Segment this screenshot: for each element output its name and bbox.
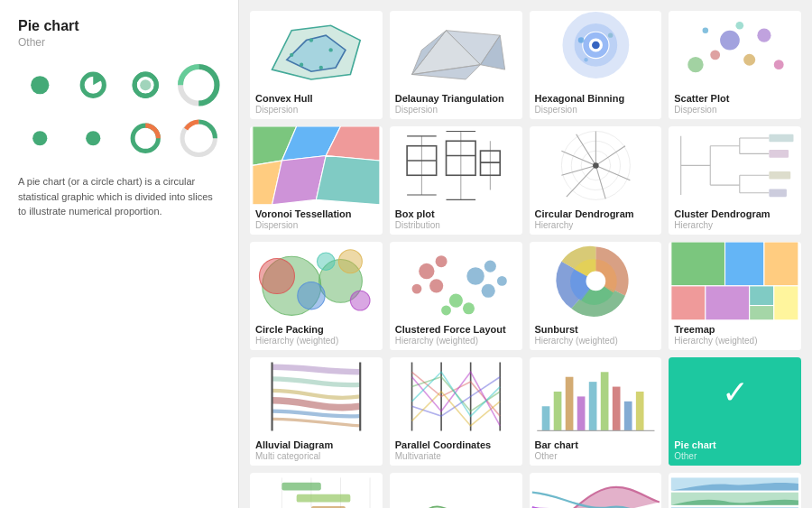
chart-thumb-gantt (250, 473, 383, 508)
chart-info-clustered-force: Clustered Force Layout Hierarchy (weight… (390, 320, 522, 350)
chart-card-horizon[interactable]: Horizon graph Time series (669, 473, 801, 508)
selected-checkmark: ✓ (722, 374, 749, 411)
chart-card-scatter-plot[interactable]: Scatter Plot Dispersion (669, 11, 801, 119)
svg-point-31 (743, 54, 755, 66)
chart-info-convex-hull: Convex Hull Dispersion (250, 89, 383, 119)
chart-info-bar-chart: Bar chart Other (530, 436, 662, 466)
chart-info-circular-dendro: Circular Dendrogram Hierarchy (530, 205, 662, 235)
left-panel: Pie chart Other (0, 0, 239, 508)
svg-rect-130 (297, 494, 351, 503)
svg-point-3 (140, 79, 151, 90)
chart-info-treemap: Treemap Hierarchy (weighted) (669, 320, 801, 350)
svg-rect-108 (774, 286, 798, 320)
chart-thumb-pie-chart: ✓ (669, 357, 801, 436)
svg-marker-41 (316, 156, 380, 205)
chart-info-circle-packing: Circle Packing Hierarchy (weighted) (250, 320, 383, 350)
svg-rect-117 (565, 377, 573, 431)
svg-rect-122 (623, 402, 632, 431)
chart-card-sunburst[interactable]: Sunburst Hierarchy (weighted) (530, 242, 662, 350)
svg-point-35 (703, 27, 709, 33)
svg-point-11 (290, 53, 293, 57)
svg-point-13 (328, 48, 332, 51)
svg-point-14 (319, 66, 323, 69)
pie-small-3 (124, 63, 168, 107)
chart-card-gantt[interactable]: Gantt Chart Time chunks (250, 473, 383, 508)
chart-title: Pie chart (18, 18, 220, 34)
chart-info-parallel-coords: Parallel Coordinates Multivariate (390, 436, 522, 466)
svg-point-0 (31, 76, 49, 94)
chart-info-pie-chart: Pie chart Other (669, 436, 801, 466)
svg-rect-102 (725, 242, 764, 286)
pie-dot-2 (71, 116, 115, 161)
chart-card-voronoi[interactable]: Voronoi Tessellation Dispersion (250, 126, 383, 235)
chart-info-hex-binning: Hexagonal Binning Dispersion (530, 89, 662, 119)
chart-thumb-treemap (669, 242, 801, 320)
chart-card-bump-chart[interactable]: Bump Chart Time series (530, 473, 662, 508)
svg-rect-123 (635, 392, 643, 430)
chart-card-delaunay[interactable]: Delaunay Triangulation Dispersion (390, 11, 522, 119)
svg-point-30 (720, 31, 740, 51)
chart-card-clustered-force[interactable]: Clustered Force Layout Hierarchy (weight… (390, 242, 522, 350)
chart-thumb-box-plot (390, 126, 522, 205)
svg-rect-106 (750, 286, 774, 306)
chart-info-cluster-dendro: Cluster Dendrogram Hierarchy (669, 205, 801, 235)
svg-point-89 (419, 263, 434, 279)
chart-info-sunburst: Sunburst Hierarchy (weighted) (530, 320, 662, 350)
chart-card-parallel-coords[interactable]: Parallel Coordinates Multivariate (390, 357, 522, 466)
svg-rect-79 (770, 150, 789, 158)
svg-point-90 (435, 255, 447, 267)
svg-point-92 (411, 284, 421, 294)
chart-card-circle-packing[interactable]: Circle Packing Hierarchy (weighted) (250, 242, 383, 350)
pie-ring-1 (124, 116, 168, 161)
svg-rect-120 (600, 372, 608, 430)
svg-point-98 (441, 306, 451, 316)
chart-thumb-parallel-coords (390, 357, 522, 436)
svg-point-91 (429, 279, 443, 292)
svg-point-5 (32, 131, 47, 145)
chart-info-alluvial: Alluvial Diagram Multi categorical (250, 436, 383, 466)
svg-point-100 (586, 272, 605, 291)
chart-thumb-area-graph (390, 473, 522, 508)
svg-rect-104 (671, 286, 706, 320)
chart-info-delaunay: Delaunay Triangulation Dispersion (390, 89, 522, 119)
chart-info-box-plot: Box plot Distribution (390, 205, 522, 235)
chart-thumb-hex-binning (530, 11, 662, 89)
chart-thumb-voronoi (250, 126, 383, 205)
chart-card-convex-hull[interactable]: Convex Hull Dispersion (250, 11, 383, 119)
svg-point-94 (484, 261, 496, 272)
pie-dot-1 (18, 116, 62, 161)
pie-small-2 (71, 63, 115, 107)
chart-info-voronoi: Voronoi Tessellation Dispersion (250, 205, 383, 235)
chart-card-treemap[interactable]: Treemap Hierarchy (weighted) (669, 242, 801, 350)
svg-point-24 (592, 42, 600, 50)
chart-thumb-bar-chart (530, 357, 662, 436)
chart-thumb-alluvial (250, 357, 383, 436)
chart-thumb-convex-hull (250, 11, 383, 89)
svg-point-96 (497, 276, 507, 286)
svg-point-27 (584, 58, 587, 61)
chart-thumb-horizon (669, 473, 801, 508)
svg-point-34 (774, 60, 784, 69)
chart-thumb-clustered-force (390, 242, 522, 320)
chart-description: A pie chart (or a circle chart) is a cir… (18, 174, 220, 219)
svg-point-93 (466, 267, 484, 285)
chart-card-hex-binning[interactable]: Hexagonal Binning Dispersion (530, 11, 662, 119)
chart-card-cluster-dendro[interactable]: Cluster Dendrogram Hierarchy (669, 126, 801, 235)
chart-grid: Convex Hull Dispersion Delaunay Triangul… (239, 0, 812, 508)
svg-point-66 (593, 162, 599, 169)
svg-point-86 (338, 250, 362, 273)
svg-point-12 (309, 38, 313, 42)
pie-large (177, 63, 221, 107)
svg-point-15 (300, 63, 303, 67)
chart-card-pie-chart[interactable]: ✓ Pie chart Other (669, 357, 801, 466)
chart-thumb-cluster-dendro (669, 126, 801, 205)
svg-rect-105 (706, 286, 750, 320)
chart-card-circular-dendro[interactable]: Circular Dendrogram Hierarchy (530, 126, 662, 235)
chart-card-area-graph[interactable]: Area graph Time series (390, 473, 522, 508)
chart-card-alluvial[interactable]: Alluvial Diagram Multi categorical (250, 357, 383, 466)
svg-point-6 (86, 131, 100, 145)
chart-card-bar-chart[interactable]: Bar chart Other (530, 357, 662, 466)
chart-card-box-plot[interactable]: Box plot Distribution (390, 126, 522, 235)
svg-rect-101 (671, 242, 725, 286)
chart-thumb-sunburst (530, 242, 662, 320)
